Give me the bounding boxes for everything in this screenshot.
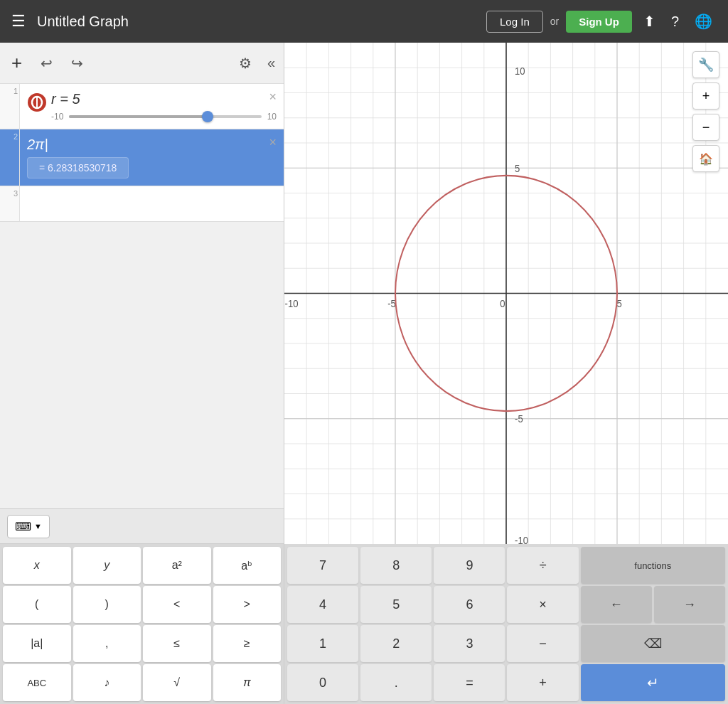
zoom-out-button[interactable]: − [692,114,719,141]
key-geq[interactable]: ≥ [213,625,282,662]
expression-row-2[interactable]: 2 2π| = 6.28318530718 × [0,129,284,186]
header: ☰ Untitled Graph Log In or Sign Up ⬆ ? 🌐 [0,0,728,43]
add-expression-button[interactable]: + [9,49,25,77]
key-7[interactable]: 7 [287,547,358,584]
redo-button[interactable]: ↪ [68,52,86,75]
key-dot[interactable]: . [360,664,432,701]
key-backspace[interactable]: ⌫ [581,625,725,662]
key-1[interactable]: 1 [287,625,358,662]
expression-toolbar: + ↩ ↪ ⚙ « [0,43,284,84]
key-9[interactable]: 9 [434,547,505,584]
expr-number-1: 1 [0,84,20,129]
svg-text:-5: -5 [515,414,523,425]
key-abc[interactable]: ABC [3,664,71,701]
key-greater[interactable]: > [213,586,282,623]
zoom-controls: 🔧 + − 🏠 [692,51,719,172]
menu-icon[interactable]: ☰ [11,12,26,31]
slider-thumb-1[interactable] [202,111,213,122]
expr-formula-2: 2π| [27,137,48,152]
expr-formula-1: r = 5 [51,91,80,107]
key-leq[interactable]: ≤ [143,625,211,662]
keyboard-icon: ⌨ [15,520,31,533]
key-functions[interactable]: functions [581,547,725,584]
key-right-arrow[interactable]: → [654,586,725,623]
slider-track-1[interactable] [69,115,261,118]
zoom-in-button[interactable]: + [692,82,719,110]
app-title: Untitled Graph [37,14,475,30]
key-equals[interactable]: = [434,664,505,701]
home-button[interactable]: 🏠 [692,145,719,172]
expr-content-2: 2π| = 6.28318530718 × [20,129,284,186]
slider-fill-1 [69,115,208,118]
key-3[interactable]: 3 [434,625,505,662]
auth-area: Log In or Sign Up ⬆ ? 🌐 [486,10,717,33]
key-multiply[interactable]: × [507,586,578,623]
expr-close-1[interactable]: × [269,90,277,105]
expr-close-2[interactable]: × [269,135,277,150]
expr-number-3: 3 [0,186,20,221]
key-open-paren[interactable]: ( [3,586,71,623]
signup-button[interactable]: Sign Up [566,11,632,33]
globe-button[interactable]: 🌐 [690,10,717,33]
settings-button[interactable]: ⚙ [236,52,255,75]
expression-row-3[interactable]: 3 [0,186,284,222]
keyboard-toggle-bar: ⌨ ▼ [0,508,284,544]
key-6[interactable]: 6 [434,586,505,623]
key-x[interactable]: x [3,547,71,584]
expression-list: 1 r = 5 -10 10 [0,84,284,508]
expr-number-2: 2 [0,129,20,186]
wrench-button[interactable]: 🔧 [692,51,719,78]
key-pi[interactable]: π [213,664,282,701]
svg-text:-10: -10 [285,298,299,309]
graph-area[interactable]: -5 0 5 -10 5 -5 10 -10 🔧 + − 🏠 [284,43,728,544]
left-panel: + ↩ ↪ ⚙ « 1 r = 5 [0,43,284,704]
collapse-button[interactable]: « [267,55,275,71]
main-layout: + ↩ ↪ ⚙ « 1 r = 5 [0,43,728,704]
svg-text:10: 10 [515,66,525,77]
svg-text:5: 5 [515,163,520,174]
expr-content-3 [20,186,284,221]
right-panel: -5 0 5 -10 5 -5 10 -10 🔧 + − 🏠 [284,43,728,704]
key-enter[interactable]: ↵ [581,664,725,701]
key-squared[interactable]: a² [143,547,211,584]
key-divide[interactable]: ÷ [507,547,578,584]
key-left-arrow[interactable]: ← [581,586,652,623]
key-abs[interactable]: |a| [3,625,71,662]
login-button[interactable]: Log In [486,11,543,33]
svg-text:0: 0 [500,298,505,309]
graph-svg: -5 0 5 -10 5 -5 10 -10 [284,43,728,544]
key-0[interactable]: 0 [287,664,358,701]
expression-row-1[interactable]: 1 r = 5 -10 10 [0,84,284,129]
svg-text:-5: -5 [387,298,396,309]
expr-result-2: = 6.28318530718 [27,157,129,178]
key-4[interactable]: 4 [287,586,358,623]
share-button[interactable]: ⬆ [639,10,660,33]
key-close-paren[interactable]: ) [73,586,141,623]
key-add[interactable]: + [507,664,578,701]
key-subtract[interactable]: − [507,625,578,662]
keyboard-toggle-button[interactable]: ⌨ ▼ [7,515,50,538]
key-2[interactable]: 2 [360,625,432,662]
slider-min-1: -10 [51,112,63,122]
key-5[interactable]: 5 [360,586,432,623]
key-less[interactable]: < [143,586,211,623]
or-text: or [550,16,559,27]
key-sqrt[interactable]: √ [143,664,211,701]
keyboard-left: xya²aᵇ()<>|a|,≤≥ABC♪√π [0,544,284,704]
keyboard-dropdown-icon: ▼ [34,522,42,530]
expr-content-1: r = 5 -10 10 × [20,84,284,129]
undo-button[interactable]: ↩ [38,52,55,75]
desmos-logo [27,92,47,112]
numpad-area: 789÷functions456×←→123−⌫0.=+↵ [284,544,728,704]
help-button[interactable]: ? [667,11,683,33]
key-power[interactable]: aᵇ [213,547,282,584]
key-sound[interactable]: ♪ [73,664,141,701]
svg-text:-10: -10 [515,535,528,544]
key-comma[interactable]: , [73,625,141,662]
key-8[interactable]: 8 [360,547,432,584]
slider-max-1: 10 [267,112,277,122]
key-y[interactable]: y [73,547,141,584]
slider-row-1: -10 10 [51,112,277,122]
